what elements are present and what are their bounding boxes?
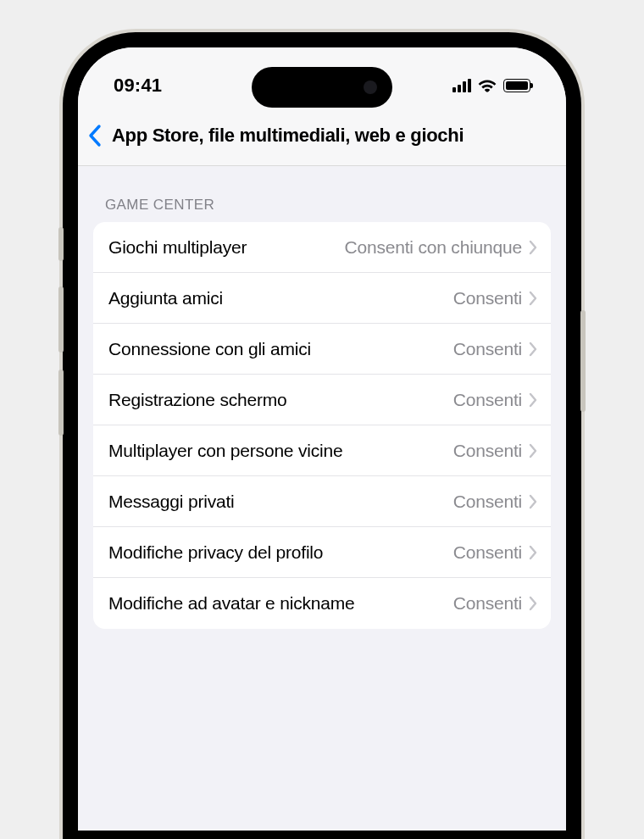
section-header: GAME CENTER bbox=[78, 166, 566, 222]
chevron-right-icon bbox=[529, 596, 537, 611]
row-label: Connessione con gli amici bbox=[108, 339, 311, 359]
page-title: App Store, file multimediali, web e gioc… bbox=[112, 125, 464, 147]
row-value: Consenti bbox=[230, 288, 522, 308]
chevron-right-icon bbox=[529, 392, 537, 408]
battery-icon bbox=[503, 79, 530, 92]
phone-frame: 09:41 App Store, file mul bbox=[63, 32, 581, 839]
status-time: 09:41 bbox=[114, 75, 162, 97]
volume-up-button bbox=[58, 286, 64, 353]
chevron-right-icon bbox=[529, 291, 537, 306]
status-icons bbox=[452, 79, 530, 92]
wifi-icon bbox=[478, 79, 497, 92]
chevron-right-icon bbox=[529, 443, 537, 458]
volume-down-button bbox=[58, 369, 64, 436]
row-label: Modifiche ad avatar e nickname bbox=[108, 593, 355, 614]
chevron-right-icon bbox=[529, 545, 537, 560]
row-label: Modifiche privacy del profilo bbox=[108, 542, 323, 563]
settings-row[interactable]: Modifiche privacy del profilo Consenti bbox=[93, 527, 551, 578]
dynamic-island bbox=[252, 67, 392, 108]
row-value: Consenti bbox=[242, 492, 522, 512]
settings-row[interactable]: Multiplayer con persone vicine Consenti bbox=[93, 425, 551, 476]
row-value: Consenti bbox=[330, 542, 522, 563]
settings-row[interactable]: Messaggi privati Consenti bbox=[93, 476, 551, 527]
row-label: Giochi multiplayer bbox=[108, 237, 247, 258]
chevron-right-icon bbox=[529, 240, 537, 255]
row-label: Registrazione schermo bbox=[108, 390, 287, 410]
settings-row[interactable]: Registrazione schermo Consenti bbox=[93, 375, 551, 425]
chevron-right-icon bbox=[529, 342, 537, 357]
row-value: Consenti bbox=[294, 390, 522, 410]
silence-switch bbox=[58, 227, 64, 261]
row-label: Aggiunta amici bbox=[108, 288, 223, 308]
screen: 09:41 App Store, file mul bbox=[78, 47, 566, 831]
row-value: Consenti bbox=[349, 441, 522, 461]
chevron-right-icon bbox=[529, 494, 537, 509]
settings-row[interactable]: Giochi multiplayer Consenti con chiunque bbox=[93, 222, 551, 273]
row-value: Consenti bbox=[362, 593, 523, 614]
settings-row[interactable]: Modifiche ad avatar e nickname Consenti bbox=[93, 578, 551, 629]
settings-row[interactable]: Connessione con gli amici Consenti bbox=[93, 324, 551, 375]
power-button bbox=[580, 310, 586, 412]
settings-list: Giochi multiplayer Consenti con chiunque… bbox=[93, 222, 551, 629]
front-camera bbox=[364, 81, 377, 94]
row-value: Consenti bbox=[318, 339, 522, 359]
settings-row[interactable]: Aggiunta amici Consenti bbox=[93, 273, 551, 324]
row-label: Messaggi privati bbox=[108, 492, 235, 512]
navigation-bar: App Store, file multimediali, web e gioc… bbox=[78, 114, 566, 166]
row-value: Consenti con chiunque bbox=[253, 237, 522, 258]
row-label: Multiplayer con persone vicine bbox=[108, 441, 342, 461]
back-button[interactable] bbox=[88, 124, 103, 147]
cellular-signal-icon bbox=[452, 79, 471, 92]
